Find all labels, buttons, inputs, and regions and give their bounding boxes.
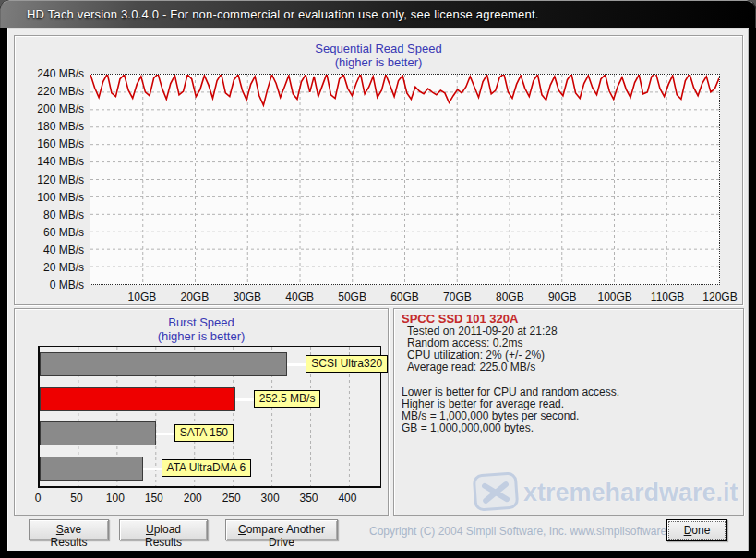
burst-x-tick-label: 50 [58, 492, 95, 505]
bar-leader-line [287, 363, 306, 366]
y-tick-label: 220 MB/s [19, 85, 84, 98]
x-tick-label: 10GB [119, 291, 165, 303]
x-tick-label: 120GB [697, 291, 743, 303]
sequential-read-line-chart [90, 75, 719, 284]
upload-results-label: Upload Results [120, 520, 207, 552]
compare-another-drive-button[interactable]: Compare Another Drive [225, 519, 338, 540]
x-tick-label: 90GB [539, 291, 585, 303]
bar-leader-line [143, 468, 162, 470]
x-tick-label: 110GB [644, 291, 690, 303]
burst-x-tick-label: 300 [252, 492, 289, 505]
y-tick-label: 100 MB/s [19, 191, 84, 204]
upload-results-button[interactable]: Upload Results [119, 519, 208, 540]
burst-speed-plot: SCSI Ultra320252.5 MB/sSATA 150ATA Ultra… [38, 346, 381, 488]
save-results-label: Save Results [30, 520, 108, 552]
y-tick-label: 200 MB/s [19, 102, 84, 115]
bar-label: SATA 150 [174, 424, 234, 442]
y-tick-label: 0 MB/s [19, 279, 84, 291]
x-tick-label: 30GB [224, 291, 270, 303]
window-content: Sequential Read Speed (higher is better)… [7, 28, 749, 551]
done-button[interactable]: Done [666, 519, 727, 541]
y-tick-label: 140 MB/s [19, 155, 84, 168]
sequential-read-panel: Sequential Read Speed (higher is better)… [14, 35, 743, 305]
burst-x-tick-label: 200 [174, 492, 211, 505]
burst-speed-panel: Burst Speed (higher is better) SCSI Ultr… [14, 308, 389, 516]
burst-x-tick-label: 100 [97, 492, 134, 505]
burst-x-tick-label: 0 [19, 492, 56, 505]
sequential-read-plot [90, 74, 720, 285]
burst-bar [40, 352, 287, 376]
y-tick-label: 120 MB/s [19, 173, 84, 186]
x-tick-label: 60GB [382, 291, 428, 303]
y-tick-label: 240 MB/s [19, 67, 84, 80]
y-tick-label: 60 MB/s [19, 226, 84, 239]
x-tick-label: 20GB [172, 291, 218, 303]
bar-label: 252.5 MB/s [254, 390, 321, 408]
burst-x-tick-label: 350 [291, 492, 328, 505]
burst-chart-subtitle: (higher is better) [15, 329, 388, 343]
bar-leader-line [235, 398, 254, 401]
done-label: Done [668, 521, 726, 540]
burst-bar [40, 457, 143, 481]
y-tick-label: 160 MB/s [19, 137, 84, 150]
x-tick-label: 70GB [434, 291, 480, 303]
bar-label: ATA UltraDMA 6 [162, 459, 252, 477]
x-tick-label: 80GB [486, 291, 533, 303]
y-tick-label: 180 MB/s [19, 120, 84, 133]
burst-x-tick-label: 400 [329, 492, 366, 505]
x-tick-label: 100GB [592, 291, 638, 303]
info-notes: Lower is better for CPU and random acces… [402, 386, 736, 434]
title-bar[interactable]: HD Tach version 3.0.4.0 - For non-commer… [0, 0, 756, 28]
burst-x-tick-label: 250 [213, 492, 250, 505]
average-read: Average read: 225.0 MB/s [402, 362, 736, 374]
bar-label: SCSI Ultra320 [306, 355, 388, 373]
window-title: HD Tach version 3.0.4.0 - For non-commer… [27, 7, 539, 21]
burst-chart-title: Burst Speed [15, 315, 388, 329]
sequential-chart-title: Sequential Read Speed [15, 42, 742, 55]
y-tick-label: 20 MB/s [19, 261, 84, 274]
note-line: GB = 1,000,000,000 bytes. [402, 422, 736, 434]
y-tick-label: 80 MB/s [19, 208, 84, 221]
bar-leader-line [156, 433, 174, 435]
save-results-button[interactable]: Save Results [29, 519, 109, 540]
burst-bar [40, 421, 156, 445]
hd-tach-window: HD Tach version 3.0.4.0 - For non-commer… [0, 0, 756, 558]
drive-name: SPCC SSD 101 320A [402, 312, 736, 326]
sequential-chart-subtitle: (higher is better) [15, 55, 742, 69]
y-tick-label: 40 MB/s [19, 243, 84, 256]
copyright-text: Copyright (C) 2004 Simpli Software, Inc.… [369, 525, 690, 538]
compare-another-drive-label: Compare Another Drive [226, 520, 337, 552]
x-tick-label: 50GB [330, 291, 376, 303]
drive-info-panel: SPCC SSD 101 320A Tested on 2011-09-20 a… [393, 308, 744, 516]
burst-x-tick-label: 150 [136, 492, 173, 505]
burst-bar [40, 387, 235, 411]
x-tick-label: 40GB [277, 291, 323, 303]
